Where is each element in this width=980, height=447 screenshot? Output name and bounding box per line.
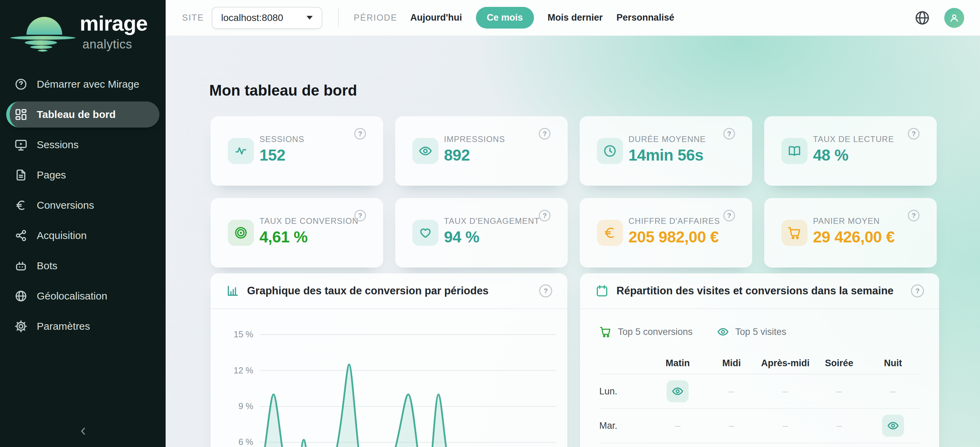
week-distribution-panel: Répartition des visites et conversions d… <box>580 273 939 447</box>
table-row-mardi: Mar. – – – – <box>599 409 920 443</box>
visits-badge <box>882 415 904 437</box>
icon-tile <box>228 138 254 164</box>
kpi-card-taux-de-lecture: TAUX DE LECTURE 48 % ? <box>764 116 937 186</box>
help-icon[interactable]: ? <box>539 210 550 222</box>
panel-header: Répartition des visites et conversions d… <box>580 273 939 309</box>
kpi-label: IMPRESSIONS <box>444 134 505 144</box>
eye-icon <box>717 326 729 338</box>
column-midi: Midi <box>705 358 759 369</box>
icon-tile <box>597 220 623 246</box>
sidebar-item-label: Paramètres <box>37 321 90 332</box>
column-apres-midi: Après-midi <box>758 358 812 369</box>
sunset-logo-icon <box>10 6 76 54</box>
ytick-9: 9 % <box>239 401 253 411</box>
sidebar-item-conversions[interactable]: Conversions <box>0 190 165 220</box>
sidebar-item-bots[interactable]: Bots <box>0 251 165 281</box>
sidebar-item-label: Démarrer avec Mirage <box>37 78 139 90</box>
help-icon[interactable]: ? <box>354 210 366 222</box>
eye-icon <box>887 420 899 432</box>
help-icon[interactable]: ? <box>723 128 735 140</box>
sidebar-item-parametres[interactable]: Paramètres <box>0 311 165 342</box>
cell-lun-matin <box>651 380 705 402</box>
column-soiree: Soirée <box>812 358 866 369</box>
dashboard-icon <box>14 108 27 121</box>
cart-icon <box>599 326 612 338</box>
kpi-card-impressions: IMPRESSIONS 892 ? <box>395 116 568 186</box>
conversion-series-area <box>245 364 567 447</box>
sidebar-collapse-button[interactable] <box>76 424 91 439</box>
sidebar-item-geolocalisation[interactable]: Géolocalisation <box>0 281 165 311</box>
help-icon[interactable]: ? <box>908 210 920 222</box>
kpi-value: 205 982,00 € <box>628 228 719 246</box>
brand-name: mirage <box>80 11 147 35</box>
help-icon[interactable]: ? <box>911 284 924 297</box>
language-globe-button[interactable] <box>914 10 931 26</box>
column-nuit: Nuit <box>866 358 920 369</box>
kpi-label: TAUX D'ENGAGEMENT <box>444 216 540 226</box>
sidebar: mirage analytics Démarrer avec Mirage Ta… <box>0 0 165 447</box>
cell-mar-soiree: – <box>812 420 866 431</box>
day-label: Lun. <box>599 386 651 397</box>
euro-icon <box>14 199 27 212</box>
brand-logo: mirage analytics <box>0 0 165 62</box>
sidebar-item-sessions[interactable]: Sessions <box>0 129 165 160</box>
legend-label: Top 5 visites <box>735 327 786 337</box>
cell-mar-midi: – <box>705 420 759 431</box>
kpi-value: 4,61 % <box>259 228 307 246</box>
legend-label: Top 5 conversions <box>618 327 693 337</box>
eye-icon <box>671 385 684 398</box>
kpi-card-sessions: SESSIONS 152 ? <box>211 116 383 186</box>
bar-chart-icon <box>226 284 240 298</box>
site-label: SITE <box>182 13 204 23</box>
tab-ce-mois[interactable]: Ce mois <box>476 7 534 29</box>
sidebar-item-acquisition[interactable]: Acquisition <box>0 220 165 251</box>
kpi-value: 94 % <box>444 228 479 246</box>
file-text-icon <box>14 169 27 182</box>
sidebar-item-demarrer[interactable]: Démarrer avec Mirage <box>0 69 165 99</box>
kpi-label: PANIER MOYEN <box>813 216 880 226</box>
legend: Top 5 conversions Top 5 visites <box>599 325 939 339</box>
day-label: Mar. <box>599 420 651 431</box>
kpi-label: TAUX DE CONVERSION <box>259 216 358 226</box>
site-select-value: localhost:8080 <box>221 13 283 23</box>
sidebar-item-label: Conversions <box>37 200 94 211</box>
cell-lun-soiree: – <box>812 386 866 397</box>
kpi-card-chiffre-daffaires: CHIFFRE D'AFFAIRES 205 982,00 € ? <box>580 198 752 268</box>
kpi-label: CHIFFRE D'AFFAIRES <box>628 216 720 226</box>
help-icon[interactable]: ? <box>539 128 550 140</box>
visits-badge <box>667 380 689 402</box>
site-select[interactable]: localhost:8080 <box>212 7 322 29</box>
kpi-card-taux-dengagement: TAUX D'ENGAGEMENT 94 % ? <box>395 198 568 268</box>
help-icon[interactable]: ? <box>354 128 366 140</box>
help-icon[interactable]: ? <box>908 128 920 140</box>
mirage-analytics-dashboard: mirage analytics Démarrer avec Mirage Ta… <box>0 0 980 447</box>
icon-tile <box>597 138 623 164</box>
cell-mar-apres-midi: – <box>758 420 812 431</box>
sidebar-item-pages[interactable]: Pages <box>0 160 165 190</box>
kpi-label: TAUX DE LECTURE <box>813 134 894 144</box>
help-icon[interactable]: ? <box>723 210 735 222</box>
euro-icon <box>603 225 617 240</box>
ytick-6: 6 % <box>239 437 253 447</box>
user-avatar[interactable] <box>944 8 964 28</box>
globe-icon <box>14 289 27 303</box>
periode-label: PÉRIODE <box>354 13 398 23</box>
kpi-value: 14min 56s <box>628 146 703 164</box>
icon-tile <box>412 220 439 246</box>
legend-top5-visites: Top 5 visites <box>717 326 786 338</box>
cell-mar-nuit <box>866 415 920 437</box>
sidebar-item-label: Géolocalisation <box>37 290 107 302</box>
help-icon[interactable]: ? <box>539 284 552 297</box>
sidebar-item-label: Bots <box>37 260 57 271</box>
tab-personnalise[interactable]: Personnalisé <box>616 13 674 23</box>
globe-icon <box>914 10 931 26</box>
kpi-grid: SESSIONS 152 ? IMPRESSIONS 892 ? DURÉE M… <box>211 116 939 268</box>
sidebar-item-tableau-de-bord[interactable]: Tableau de bord <box>6 101 159 128</box>
tab-mois-dernier[interactable]: Mois dernier <box>548 13 603 23</box>
tab-aujourdhui[interactable]: Aujourd'hui <box>410 13 462 23</box>
brand-subtitle: analytics <box>83 37 132 51</box>
activity-icon <box>234 144 248 158</box>
icon-tile <box>228 220 254 246</box>
clock-icon <box>603 144 617 158</box>
bot-icon <box>14 259 27 272</box>
